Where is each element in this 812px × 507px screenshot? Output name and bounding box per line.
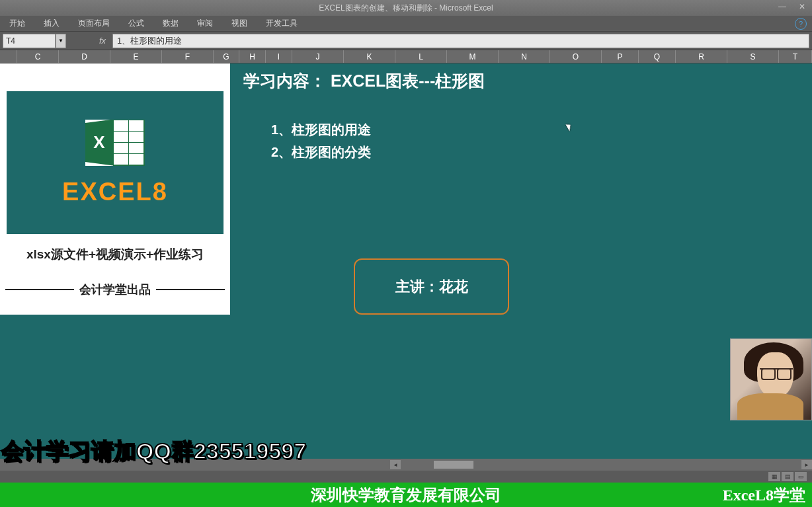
formula-input[interactable]: 1、柱形图的用途 [112,34,809,48]
status-bar: ▦ ▤ ▭ [0,471,812,483]
name-box[interactable]: T4 [3,34,56,48]
column-header-T[interactable]: T [779,50,812,63]
column-header-H[interactable]: H [239,50,266,63]
card-subtitle: xlsx源文件+视频演示+作业练习 [5,246,225,263]
webcam-overlay [730,338,812,420]
footer-company: 深圳快学教育发展有限公司 [0,485,812,506]
worksheet-area[interactable]: X EXCEL8 xlsx源文件+视频演示+作业练习 会计学堂出品 学习内容： … [0,63,812,460]
footer-banner: 深圳快学教育发展有限公司 ExceL8学堂 [0,483,812,507]
excel-logo-icon: X [85,120,145,166]
help-icon[interactable]: ? [795,18,807,30]
lesson-content: 学习内容： EXCEL图表---柱形图 1、柱形图的用途 2、柱形图的分类 [243,70,485,163]
mouse-cursor-icon [567,123,577,135]
column-header-R[interactable]: R [676,50,727,63]
column-header-N[interactable]: N [499,50,550,63]
presenter-box: 主讲：花花 [354,258,509,315]
ribbon-tab-insert[interactable]: 插入 [34,16,69,31]
window-title: EXCEL图表的创建、移动和删除 - Microsoft Excel [319,3,493,14]
column-header-Q[interactable]: Q [639,50,676,63]
column-header-K[interactable]: K [344,50,395,63]
lesson-title: 学习内容： EXCEL图表---柱形图 [243,70,485,92]
view-pagebreak-icon[interactable]: ▭ [795,472,807,481]
presenter-label: 主讲：花花 [395,277,468,297]
view-normal-icon[interactable]: ▦ [768,472,780,481]
view-layout-icon[interactable]: ▤ [782,472,793,481]
ribbon-tab-formula[interactable]: 公式 [119,16,153,31]
title-bar: EXCEL图表的创建、移动和删除 - Microsoft Excel — ✕ [0,0,812,16]
brand-text: EXCEL8 [62,178,168,206]
scroll-right-button[interactable]: ► [801,460,812,469]
ribbon-tab-home[interactable]: 开始 [0,16,34,31]
minimize-button[interactable]: — [775,1,790,12]
column-header-D[interactable]: D [59,50,110,63]
column-header-E[interactable]: E [110,50,162,63]
column-header-F[interactable]: F [162,50,214,63]
name-box-dropdown[interactable]: ▼ [56,34,66,48]
column-header-O[interactable]: O [550,50,602,63]
card-producer: 会计学堂出品 [79,282,151,297]
column-header-J[interactable]: J [292,50,344,63]
footer-brand: ExceL8学堂 [723,485,805,506]
ribbon-tab-dev[interactable]: 开发工具 [257,16,307,31]
formula-bar: T4 ▼ fx 1、柱形图的用途 [0,32,812,50]
scroll-thumb[interactable] [434,461,473,469]
ribbon-tab-view[interactable]: 视图 [222,16,257,31]
ribbon-tab-review[interactable]: 审阅 [188,16,222,31]
fx-button[interactable]: fx [93,36,112,46]
column-header-S[interactable]: S [727,50,779,63]
qq-group-overlay: 会计学习请加QQ群235519597 [1,436,306,467]
lesson-item-2: 2、柱形图的分类 [271,141,485,163]
ribbon-tab-data[interactable]: 数据 [153,16,188,31]
column-header-M[interactable]: M [447,50,499,63]
brand-card: X EXCEL8 xlsx源文件+视频演示+作业练习 会计学堂出品 [0,63,230,315]
column-header-C[interactable]: C [17,50,59,63]
column-header-G[interactable]: G [214,50,239,63]
scroll-left-button[interactable]: ◄ [390,460,401,469]
column-header-L[interactable]: L [395,50,447,63]
select-all-corner[interactable] [0,50,17,63]
close-button[interactable]: ✕ [795,1,809,12]
column-header-I[interactable]: I [266,50,292,63]
lesson-item-1: 1、柱形图的用途 [271,118,485,141]
ribbon-tab-layout[interactable]: 页面布局 [69,16,119,31]
ribbon-tabs: 开始 插入 页面布局 公式 数据 审阅 视图 开发工具 ? [0,16,812,32]
column-header-P[interactable]: P [602,50,639,63]
column-headers: CDEFGHIJKLMNOPQRST [0,50,812,63]
